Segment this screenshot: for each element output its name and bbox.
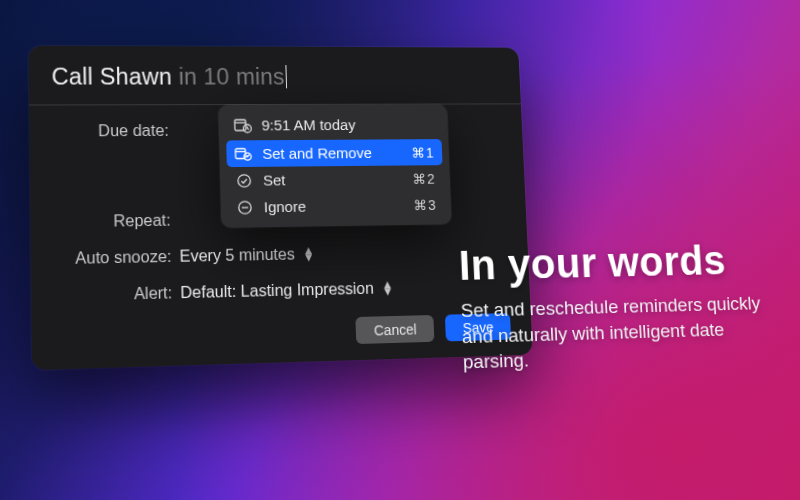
- auto-snooze-label: Auto snooze:: [54, 248, 180, 269]
- action-label: Ignore: [264, 198, 307, 215]
- cancel-button[interactable]: Cancel: [356, 315, 435, 344]
- check-icon: [235, 172, 253, 188]
- title-input[interactable]: Call Shawn in 10 mins: [29, 46, 521, 101]
- title-typed-text: Call Shawn: [51, 64, 178, 90]
- popover-actions: Set and Remove ⌘1 Set ⌘2: [226, 139, 444, 221]
- marketing-body: Set and reschedule reminders quickly and…: [460, 290, 785, 375]
- marketing-copy: In your words Set and reschedule reminde…: [458, 238, 786, 375]
- action-ignore[interactable]: Ignore ⌘3: [228, 191, 445, 220]
- alert-label: Alert:: [54, 284, 180, 305]
- reminder-edit-dialog: Call Shawn in 10 mins Due date: Repeat: …: [29, 46, 533, 370]
- alert-value: Default: Lasting Impression: [180, 280, 374, 302]
- svg-line-4: [247, 128, 249, 129]
- action-set[interactable]: Set ⌘2: [227, 165, 444, 194]
- svg-point-8: [238, 174, 251, 186]
- auto-snooze-select[interactable]: Every 5 minutes ▲▼: [179, 245, 314, 266]
- date-parse-popover: 9:51 AM today Set and Remove ⌘1: [218, 105, 451, 228]
- marketing-headline: In your words: [458, 238, 780, 288]
- popover-parsed-time: 9:51 AM today: [261, 116, 355, 133]
- set-remove-icon: [234, 146, 252, 162]
- action-label: Set and Remove: [262, 144, 372, 161]
- popover-header: 9:51 AM today: [225, 111, 441, 140]
- action-shortcut: ⌘3: [413, 197, 436, 213]
- auto-snooze-value: Every 5 minutes: [179, 246, 295, 266]
- calendar-clock-icon: [234, 117, 252, 133]
- ignore-icon: [236, 199, 254, 215]
- action-set-and-remove[interactable]: Set and Remove ⌘1: [226, 139, 442, 167]
- alert-select[interactable]: Default: Lasting Impression ▲▼: [180, 279, 393, 302]
- stepper-icon: ▲▼: [381, 281, 393, 295]
- stepper-icon: ▲▼: [302, 247, 314, 261]
- action-shortcut: ⌘1: [411, 144, 434, 160]
- due-date-label: Due date:: [52, 122, 177, 141]
- cancel-button-label: Cancel: [374, 321, 417, 338]
- title-suggestion-text: in 10 mins: [178, 64, 285, 90]
- action-label: Set: [263, 171, 286, 188]
- repeat-label: Repeat:: [53, 211, 179, 231]
- text-cursor: [285, 65, 287, 88]
- action-shortcut: ⌘2: [412, 171, 435, 187]
